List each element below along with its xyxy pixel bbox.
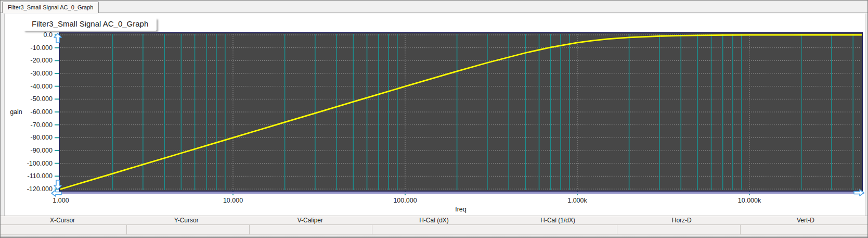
y-axis-tick-label: -60.000 — [31, 108, 53, 116]
cursor-toolbar: X-CursorY-CursorV-CaliperH-Cal (dX)H-Cal… — [1, 216, 867, 225]
x-axis-tick-label: 1.000 — [53, 197, 69, 204]
x-axis-tick-label: 1.000k — [567, 197, 587, 204]
cursor-readout-cell — [372, 225, 617, 234]
cursor-readout-cell — [127, 225, 250, 234]
x-axis-tick-label: 10.000 — [223, 197, 243, 204]
y-axis-tick-label: -50.000 — [31, 95, 53, 103]
y-axis-tick-label: -90.000 — [31, 147, 53, 154]
y-axis-tick-label: -120.000 — [27, 185, 53, 193]
toolbar-header-x-cursor: X-Cursor — [1, 216, 124, 224]
toolbar-header-y-cursor: Y-Cursor — [124, 216, 248, 224]
tab-bar: Filter3_Small Signal AC_0_Graph — [1, 1, 867, 13]
toolbar-header-h-cal-dx: H-Cal (dX) — [372, 216, 496, 224]
toolbar-header-horz-d: Horz-D — [620, 216, 744, 224]
y-axis-tick-label: 0.0 — [44, 31, 53, 39]
cursor-readout-cell — [617, 225, 741, 234]
y-axis-title: gain — [10, 108, 22, 116]
toolbar-header-vert-d: Vert-D — [744, 216, 867, 224]
cursor-readout-cell — [741, 225, 867, 234]
tab-label: Filter3_Small Signal AC_0_Graph — [8, 4, 93, 10]
x-axis-tick-label: 10.000k — [738, 197, 761, 204]
plot-canvas[interactable]: 0.0-10.000-20.000-30.000-40.000-50.000-6… — [1, 1, 868, 238]
graph-title: Filter3_Small Signal AC_0_Graph — [23, 18, 157, 31]
y-axis-tick-label: -10.000 — [31, 44, 53, 52]
y-axis-tick-label: -80.000 — [31, 134, 53, 141]
cursor-readout-cell — [250, 225, 372, 234]
graph-window: Filter3_Small Signal AC_0_Graph 0.0-10.0… — [0, 0, 868, 238]
y-axis-tick-label: -40.000 — [31, 83, 53, 90]
y-axis-tick-label: -30.000 — [31, 70, 53, 77]
y-axis-tick-label: -70.000 — [31, 121, 53, 129]
x-axis-tick-label: 100.000 — [393, 197, 417, 204]
window-resize-bar[interactable] — [1, 235, 867, 238]
y-axis-tick-label: -20.000 — [31, 57, 53, 64]
cursor-readout-cell — [1, 225, 127, 234]
y-axis-tick-label: -110.000 — [28, 172, 53, 180]
cursor-readout-row — [1, 225, 867, 235]
tab-filter3-graph[interactable]: Filter3_Small Signal AC_0_Graph — [2, 2, 99, 13]
toolbar-header-h-cal-1-dx: H-Cal (1/dX) — [496, 216, 620, 224]
toolbar-header-v-caliper: V-Caliper — [248, 216, 372, 224]
x-axis-title: freq — [455, 206, 467, 213]
y-axis-tick-label: -100.000 — [27, 160, 53, 167]
